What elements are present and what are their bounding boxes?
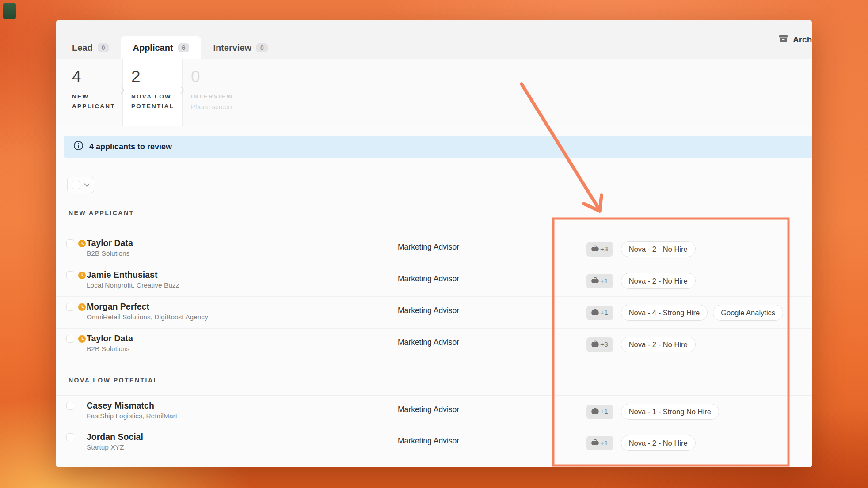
archive-button[interactable]: Archi: [779, 20, 812, 59]
badge-group: +1 Nova - 4 - Strong HireGoogle Analytic…: [586, 297, 788, 329]
tag-pill[interactable]: Nova - 2 - No Hire: [621, 273, 696, 289]
archive-label: Archi: [793, 35, 812, 45]
tag-pill[interactable]: Google Analytics: [713, 305, 783, 321]
tab-applicant-label: Applicant: [133, 43, 173, 53]
applicant-company: OmniRetail Solutions, DigiBoost Agency: [87, 313, 208, 321]
chevron-right-icon: [180, 86, 184, 95]
applicant-name[interactable]: Jordan Social: [87, 431, 143, 442]
row-checkbox[interactable]: [66, 303, 74, 311]
applicant-name[interactable]: Taylor Data: [87, 333, 133, 344]
briefcase-icon: [591, 340, 599, 349]
workload-count: +1: [600, 408, 608, 416]
badge-group: +1 Nova - 2 - No Hire: [586, 427, 701, 459]
applicant-name[interactable]: Taylor Data: [87, 238, 133, 248]
pending-clock-icon: [78, 240, 86, 247]
workload-count: +3: [600, 340, 608, 348]
chevron-down-icon[interactable]: [84, 181, 90, 189]
stage-sublabel: Phone screen: [191, 103, 289, 110]
applicant-identity: Casey Mismatch FastShip Logistics, Retai…: [87, 400, 177, 420]
applicant-sections: New Applicant Taylor Data B2B Solutions …: [56, 209, 812, 459]
stage-label: Nova Low Potential: [131, 92, 181, 111]
applicant-row[interactable]: Taylor Data B2B Solutions Marketing Advi…: [56, 233, 812, 265]
stage-label: Interview: [191, 92, 240, 102]
applicant-row[interactable]: Taylor Data B2B Solutions Marketing Advi…: [56, 329, 812, 360]
select-all-checkbox[interactable]: [72, 181, 80, 189]
workload-count: +1: [600, 277, 608, 285]
applicant-name[interactable]: Jamie Enthusiast: [87, 269, 179, 280]
applicant-identity: Morgan Perfect OmniRetail Solutions, Dig…: [87, 301, 208, 321]
stage-label: New Applicant: [72, 92, 122, 111]
tag-pill[interactable]: Nova - 2 - No Hire: [621, 435, 696, 451]
stage-nova-low-potential[interactable]: 2 Nova Low Potential: [123, 59, 183, 126]
briefcase-icon: [591, 277, 599, 285]
applicant-position: Marketing Advisor: [398, 338, 459, 347]
tab-interview-label: Interview: [213, 43, 251, 53]
stage-count: 0: [191, 68, 289, 85]
review-banner-text: 4 applicants to review: [89, 142, 172, 151]
workload-badge[interactable]: +3: [586, 242, 613, 257]
applicant-position: Marketing Advisor: [398, 405, 459, 414]
workload-count: +3: [600, 245, 608, 253]
archive-icon: [779, 34, 788, 45]
badge-group: +3 Nova - 2 - No Hire: [586, 233, 701, 265]
tab-applicant[interactable]: Applicant 6: [121, 36, 201, 59]
section-list: Casey Mismatch FastShip Logistics, Retai…: [56, 395, 812, 459]
stage-count: 4: [72, 68, 122, 85]
applicant-name[interactable]: Casey Mismatch: [87, 400, 177, 411]
applicant-row[interactable]: Jordan Social Startup XYZ Marketing Advi…: [56, 427, 812, 459]
workload-badge[interactable]: +1: [586, 274, 613, 288]
tab-lead-count-badge: 0: [98, 43, 109, 52]
chevron-right-icon: [120, 86, 125, 95]
pending-clock-icon: [78, 335, 86, 343]
workload-count: +1: [600, 439, 608, 447]
tag-pill[interactable]: Nova - 1 - Strong No Hire: [621, 404, 719, 420]
stage-new-applicant[interactable]: 4 New Applicant: [56, 59, 123, 126]
tab-lead[interactable]: Lead 0: [60, 36, 121, 59]
select-all-control[interactable]: [67, 177, 94, 193]
row-checkbox[interactable]: [66, 239, 74, 247]
applicant-company: B2B Solutions: [87, 250, 133, 257]
workload-badge[interactable]: +1: [586, 405, 613, 419]
row-checkbox[interactable]: [66, 433, 74, 441]
row-checkbox[interactable]: [66, 402, 74, 410]
info-icon: [73, 140, 84, 153]
review-banner: 4 applicants to review: [64, 136, 812, 158]
applicant-row[interactable]: Morgan Perfect OmniRetail Solutions, Dig…: [56, 297, 812, 329]
workload-badge[interactable]: +1: [586, 436, 613, 450]
pending-clock-icon: [78, 272, 86, 279]
tab-applicant-count-badge: 6: [178, 43, 190, 52]
briefcase-icon: [591, 408, 599, 416]
wallpaper-corner-shape: [3, 3, 16, 19]
row-checkbox[interactable]: [66, 335, 74, 343]
pipeline-stats: 4 New Applicant 2 Nova Low Potential 0 I…: [56, 59, 812, 126]
applicant-section: Nova Low Potential Casey Mismatch FastSh…: [56, 377, 812, 459]
badge-group: +3 Nova - 2 - No Hire: [586, 329, 701, 360]
tab-interview[interactable]: Interview 0: [201, 36, 280, 59]
ats-window: Lead 0 Applicant 6 Interview 0 Archi 4 N…: [56, 20, 812, 467]
tag-pill[interactable]: Nova - 2 - No Hire: [621, 337, 696, 352]
stage-count: 2: [131, 68, 182, 85]
applicant-identity: Taylor Data B2B Solutions: [87, 333, 133, 353]
briefcase-icon: [591, 309, 599, 317]
applicant-name[interactable]: Morgan Perfect: [87, 301, 208, 312]
workload-badge[interactable]: +3: [586, 337, 613, 352]
applicant-row[interactable]: Jamie Enthusiast Local Nonprofit, Creati…: [56, 265, 812, 297]
section-list: Taylor Data B2B Solutions Marketing Advi…: [56, 233, 812, 360]
applicant-row[interactable]: Casey Mismatch FastShip Logistics, Retai…: [56, 395, 812, 427]
badge-group: +1 Nova - 1 - Strong No Hire: [586, 396, 724, 427]
stage-interview[interactable]: 0 Interview Phone screen: [183, 59, 289, 126]
applicant-section: New Applicant Taylor Data B2B Solutions …: [56, 209, 812, 360]
applicant-company: Startup XYZ: [87, 443, 143, 451]
tag-pill[interactable]: Nova - 4 - Strong Hire: [621, 305, 708, 321]
applicant-company: Local Nonprofit, Creative Buzz: [87, 281, 179, 289]
applicant-position: Marketing Advisor: [398, 436, 459, 446]
applicant-identity: Jordan Social Startup XYZ: [87, 431, 143, 451]
briefcase-icon: [591, 245, 599, 253]
pending-clock-icon: [78, 303, 86, 311]
workload-badge[interactable]: +1: [586, 306, 613, 320]
applicant-position: Marketing Advisor: [398, 242, 459, 252]
applicant-identity: Taylor Data B2B Solutions: [87, 238, 133, 257]
tag-pill[interactable]: Nova - 2 - No Hire: [621, 241, 696, 257]
briefcase-icon: [591, 439, 599, 447]
row-checkbox[interactable]: [66, 271, 74, 279]
